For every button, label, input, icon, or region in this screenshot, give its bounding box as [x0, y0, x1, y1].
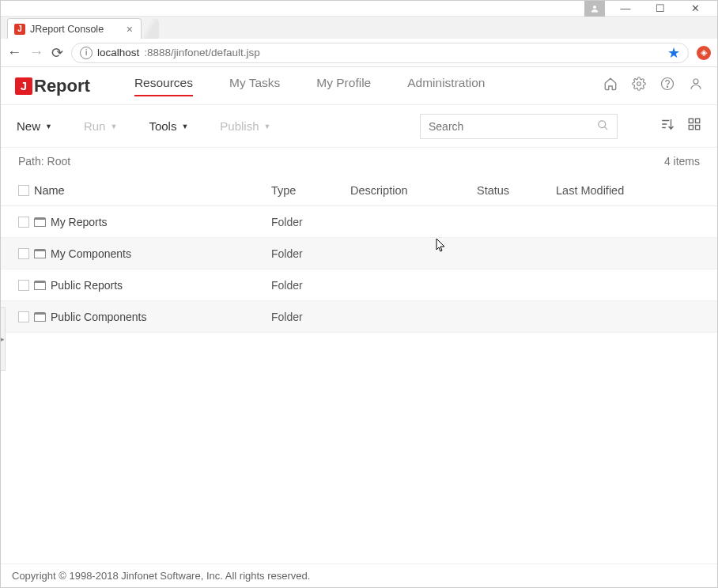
tab-close-icon[interactable]: ×	[127, 23, 133, 36]
footer: Copyright © 1998-2018 Jinfonet Software,…	[1, 564, 717, 587]
chrome-account-icon[interactable]	[584, 1, 605, 17]
table-row[interactable]: Public Components Folder	[1, 301, 717, 333]
row-checkbox[interactable]	[18, 280, 29, 291]
search-input[interactable]	[429, 120, 597, 133]
item-type: Folder	[271, 279, 350, 292]
row-checkbox[interactable]	[18, 248, 29, 259]
table-row[interactable]: My Components Folder	[1, 238, 717, 270]
table-row[interactable]: My Reports Folder	[1, 206, 717, 238]
svg-point-3	[667, 86, 667, 87]
home-icon[interactable]	[603, 77, 618, 95]
new-menu[interactable]: New▼	[17, 119, 52, 133]
item-name[interactable]: My Components	[51, 247, 131, 260]
row-checkbox[interactable]	[18, 311, 29, 322]
address-bar: ← → ⟳ i localhost:8888/jinfonet/default.…	[1, 39, 717, 67]
window-chrome: — ☐ ✕	[1, 1, 717, 17]
tab-title: JReport Console	[30, 24, 104, 35]
item-type: Folder	[271, 311, 350, 323]
col-description[interactable]: Description	[350, 184, 477, 197]
col-modified[interactable]: Last Modified	[556, 184, 700, 197]
header-icons	[603, 77, 703, 95]
gear-icon[interactable]	[632, 77, 646, 95]
col-type[interactable]: Type	[271, 184, 350, 197]
item-type: Folder	[271, 247, 350, 260]
chevron-down-icon: ▼	[110, 122, 117, 130]
window-maximize[interactable]: ☐	[643, 1, 678, 17]
select-all-checkbox[interactable]	[18, 185, 29, 196]
search-icon[interactable]	[597, 119, 609, 134]
folder-icon	[34, 312, 46, 322]
svg-rect-9	[696, 126, 700, 130]
logo-mark: J	[15, 77, 32, 95]
search-box[interactable]	[420, 114, 618, 139]
copyright: Copyright © 1998-2018 Jinfonet Software,…	[12, 570, 310, 582]
nav-admin[interactable]: Administration	[407, 76, 485, 96]
help-icon[interactable]	[660, 77, 675, 95]
logo[interactable]: JReport	[15, 76, 90, 96]
chevron-down-icon: ▼	[45, 122, 52, 130]
app-header: JReport Resources My Tasks My Profile Ad…	[1, 67, 717, 105]
nav-myprofile[interactable]: My Profile	[316, 76, 371, 96]
item-type: Folder	[271, 216, 350, 228]
folder-icon	[34, 217, 46, 227]
svg-point-0	[593, 6, 596, 9]
grid-view-icon[interactable]	[687, 117, 701, 135]
window-minimize[interactable]: —	[608, 1, 643, 17]
svg-point-5	[599, 120, 606, 127]
svg-point-1	[637, 82, 641, 86]
chevron-down-icon: ▼	[264, 122, 271, 130]
nav-resources[interactable]: Resources	[134, 76, 193, 96]
folder-icon	[34, 281, 46, 290]
chevron-down-icon: ▼	[181, 122, 188, 130]
user-icon[interactable]	[689, 77, 703, 95]
sort-icon[interactable]	[660, 117, 675, 135]
view-controls	[660, 117, 701, 135]
item-count: 4 items	[664, 155, 700, 168]
path-row: Path: Root 4 items	[1, 148, 717, 175]
browser-tab-row: J JReport Console ×	[1, 17, 717, 39]
svg-rect-6	[689, 119, 693, 122]
extension-icon[interactable]: ◈	[697, 46, 711, 60]
browser-tab[interactable]: J JReport Console ×	[7, 18, 142, 39]
reload-icon[interactable]: ⟳	[51, 44, 63, 62]
toolbar: New▼ Run▼ Tools▼ Publish▼	[1, 105, 717, 148]
favicon: J	[14, 24, 25, 35]
site-info-icon[interactable]: i	[80, 47, 93, 59]
table-header: Name Type Description Status Last Modifi…	[1, 175, 717, 206]
forward-icon[interactable]: →	[29, 44, 43, 61]
window-close[interactable]: ✕	[678, 1, 712, 17]
url-box[interactable]: i localhost:8888/jinfonet/default.jsp ★	[71, 43, 689, 63]
svg-rect-7	[696, 119, 700, 122]
svg-rect-8	[689, 126, 693, 130]
main-nav: Resources My Tasks My Profile Administra…	[134, 76, 486, 96]
new-tab-hint[interactable]	[140, 18, 159, 39]
item-name[interactable]: Public Components	[51, 311, 146, 323]
nav-mytasks[interactable]: My Tasks	[229, 76, 280, 96]
publish-menu[interactable]: Publish▼	[220, 119, 270, 133]
folder-icon	[34, 249, 46, 258]
item-name[interactable]: My Reports	[51, 216, 108, 228]
side-expand-handle[interactable]: ▸	[1, 307, 6, 371]
table-row[interactable]: Public Reports Folder	[1, 270, 717, 301]
col-name[interactable]: Name	[34, 184, 271, 197]
svg-point-2	[662, 78, 674, 90]
svg-point-4	[693, 79, 698, 84]
bookmark-star-icon[interactable]: ★	[667, 44, 680, 62]
breadcrumb[interactable]: Path: Root	[18, 155, 70, 168]
run-menu[interactable]: Run▼	[84, 119, 117, 133]
url-path: :8888/jinfonet/default.jsp	[144, 47, 259, 58]
row-checkbox[interactable]	[18, 217, 29, 228]
file-table: Name Type Description Status Last Modifi…	[1, 175, 717, 333]
item-name[interactable]: Public Reports	[51, 279, 123, 292]
back-icon[interactable]: ←	[7, 44, 21, 61]
col-status[interactable]: Status	[477, 184, 556, 197]
logo-text: Report	[34, 76, 90, 96]
url-host: localhost	[97, 47, 139, 58]
tools-menu[interactable]: Tools▼	[149, 119, 188, 133]
